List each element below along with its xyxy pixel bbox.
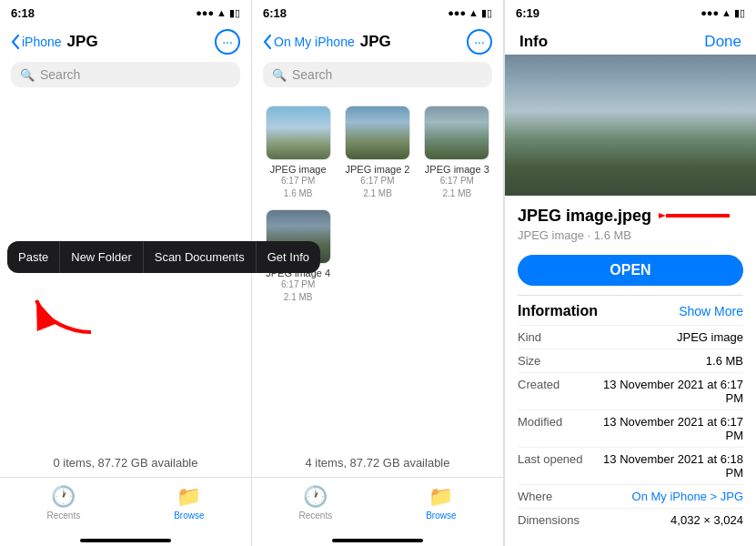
info-row-kind: Kind JPEG image xyxy=(518,325,743,349)
info-row-lastopened: Last opened 13 November 2021 at 6:18 PM xyxy=(518,447,743,484)
footer-count-1: 0 items, 87.72 GB available xyxy=(0,449,251,477)
tab-browse-1[interactable]: 📁 Browse xyxy=(174,485,204,521)
info-label-where: Where xyxy=(518,490,600,503)
panel-2: 6:18 ●●● ▲ ▮▯ On My iPhone JPG ··· 🔍 Sea… xyxy=(252,0,504,546)
info-nav: Info Done xyxy=(505,25,756,55)
footer-count-2: 4 items, 87.72 GB available xyxy=(252,449,503,477)
red-arrow-filename xyxy=(659,205,731,227)
search-placeholder-2: Search xyxy=(292,67,332,82)
info-section-title: Information xyxy=(518,303,598,319)
tab-recents-label-1: Recents xyxy=(46,511,80,521)
recents-icon-1: 🕐 xyxy=(51,485,76,509)
show-more-button[interactable]: Show More xyxy=(679,304,743,318)
nav-bar-2: On My iPhone JPG ··· xyxy=(252,25,503,62)
back-button-1[interactable]: iPhone xyxy=(11,35,62,49)
home-indicator-1 xyxy=(80,539,171,542)
wifi-icon: ▲ xyxy=(217,7,227,18)
done-button[interactable]: Done xyxy=(704,33,741,51)
info-value-modified: 13 November 2021 at 6:17 PM xyxy=(600,415,743,442)
file-name-1: JPEG image xyxy=(270,164,327,175)
file-item-2[interactable]: JPEG image 2 6:17 PM2.1 MB xyxy=(342,106,412,200)
search-bar-1[interactable]: 🔍 Search xyxy=(11,62,240,87)
file-name-3: JPEG image 3 xyxy=(425,164,489,175)
info-img-bg xyxy=(505,55,756,196)
back-button-2[interactable]: On My iPhone xyxy=(263,35,355,49)
browse-icon-1: 📁 xyxy=(176,485,201,509)
info-section: Information Show More Kind JPEG image Si… xyxy=(505,295,756,531)
tab-recents-1[interactable]: 🕐 Recents xyxy=(46,485,80,521)
open-button[interactable]: OPEN xyxy=(518,255,743,286)
wifi-icon-2: ▲ xyxy=(469,7,479,18)
info-label-created: Created xyxy=(518,378,600,391)
info-row-where: Where On My iPhone > JPG xyxy=(518,484,743,508)
info-row-dimensions: Dimensions 4,032 × 3,024 xyxy=(518,508,743,531)
file-meta-3: 6:17 PM2.1 MB xyxy=(440,175,474,200)
info-value-size: 1.6 MB xyxy=(600,354,743,368)
signal-icon: ●●● xyxy=(196,7,214,18)
red-arrow-1 xyxy=(27,282,100,340)
recents-icon-2: 🕐 xyxy=(303,485,328,509)
info-value-where[interactable]: On My iPhone > JPG xyxy=(600,490,743,503)
file-item-1[interactable]: JPEG image 6:17 PM1.6 MB xyxy=(263,106,333,200)
signal-icon-2: ●●● xyxy=(448,7,466,18)
tab-browse-label-2: Browse xyxy=(426,511,456,521)
info-file-sub: JPEG image · 1.6 MB xyxy=(505,228,756,251)
file-thumb-1 xyxy=(266,106,331,160)
battery-icon: ▮▯ xyxy=(229,7,240,19)
more-button-1[interactable]: ··· xyxy=(215,29,240,55)
browse-icon-2: 📁 xyxy=(428,485,453,509)
search-bar-2[interactable]: 🔍 Search xyxy=(263,62,492,87)
info-label-kind: Kind xyxy=(518,330,600,344)
info-value-dimensions: 4,032 × 3,024 xyxy=(600,513,743,527)
status-icons-1: ●●● ▲ ▮▯ xyxy=(196,7,240,19)
info-label-size: Size xyxy=(518,354,600,368)
search-icon-1: 🔍 xyxy=(20,68,35,82)
tab-recents-label-2: Recents xyxy=(298,511,332,521)
file-item-3[interactable]: JPEG image 3 6:17 PM2.1 MB xyxy=(422,106,492,200)
bottom-bar-1: 🕐 Recents 📁 Browse xyxy=(0,477,251,539)
ctx-new-folder[interactable]: New Folder xyxy=(60,241,143,273)
status-bar-3: 6:19 ●●● ▲ ▮▯ xyxy=(505,0,756,25)
ctx-paste[interactable]: Paste xyxy=(7,241,60,273)
file-meta-2: 6:17 PM2.1 MB xyxy=(360,175,394,200)
info-row-size: Size 1.6 MB xyxy=(518,349,743,372)
info-label-dimensions: Dimensions xyxy=(518,513,600,527)
signal-icon-3: ●●● xyxy=(701,7,719,18)
info-label-lastopened: Last opened xyxy=(518,452,600,466)
more-button-2[interactable]: ··· xyxy=(467,29,492,55)
info-title: Info xyxy=(519,33,548,51)
file-thumb-2 xyxy=(345,106,410,160)
file-name-2: JPEG image 2 xyxy=(346,164,410,175)
folder-title-2: JPG xyxy=(360,33,391,51)
context-menu: Paste New Folder Scan Documents Get Info xyxy=(7,241,320,273)
battery-icon-3: ▮▯ xyxy=(734,7,745,19)
info-label-modified: Modified xyxy=(518,415,600,429)
info-row-created: Created 13 November 2021 at 6:17 PM xyxy=(518,372,743,410)
file-meta-1: 6:17 PM1.6 MB xyxy=(281,175,315,200)
time-1: 6:18 xyxy=(11,6,35,20)
battery-icon-2: ▮▯ xyxy=(481,7,492,19)
bottom-bar-2: 🕐 Recents 📁 Browse xyxy=(252,477,503,539)
panel-1: 6:18 ●●● ▲ ▮▯ iPhone JPG ··· 🔍 Search Pa… xyxy=(0,0,252,546)
info-value-lastopened: 13 November 2021 at 6:18 PM xyxy=(600,452,743,480)
info-file-name: JPEG image.jpeg xyxy=(505,196,756,228)
search-placeholder-1: Search xyxy=(40,67,80,82)
file-meta-4: 6:17 PM2.1 MB xyxy=(281,278,315,304)
ctx-get-info[interactable]: Get Info xyxy=(257,241,320,273)
ctx-scan-documents[interactable]: Scan Documents xyxy=(144,241,257,273)
tab-browse-2[interactable]: 📁 Browse xyxy=(426,485,456,521)
home-indicator-2 xyxy=(332,539,423,542)
status-icons-3: ●●● ▲ ▮▯ xyxy=(701,7,745,19)
info-value-kind: JPEG image xyxy=(600,330,743,344)
tab-recents-2[interactable]: 🕐 Recents xyxy=(298,485,332,521)
time-3: 6:19 xyxy=(516,6,539,20)
panel-3: 6:19 ●●● ▲ ▮▯ Info Done JPEG image.jpeg … xyxy=(504,0,756,546)
tab-browse-label-1: Browse xyxy=(174,511,204,521)
search-icon-2: 🔍 xyxy=(272,68,287,82)
time-2: 6:18 xyxy=(263,6,287,20)
status-bar-2: 6:18 ●●● ▲ ▮▯ xyxy=(252,0,503,25)
nav-bar-1: iPhone JPG ··· xyxy=(0,25,251,62)
info-value-created: 13 November 2021 at 6:17 PM xyxy=(600,378,743,405)
info-row-modified: Modified 13 November 2021 at 6:17 PM xyxy=(518,410,743,447)
wifi-icon-3: ▲ xyxy=(721,7,731,18)
